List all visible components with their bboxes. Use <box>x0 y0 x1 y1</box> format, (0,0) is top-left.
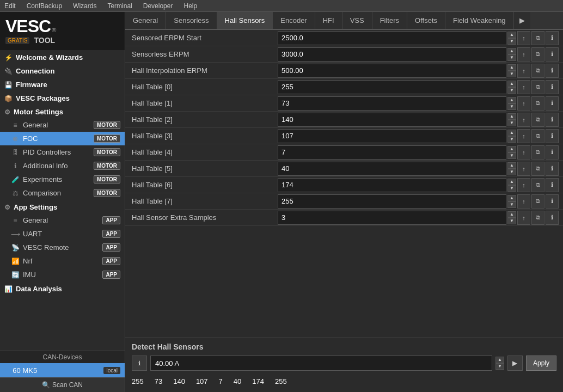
info-btn-11[interactable]: ℹ <box>546 211 559 225</box>
info-btn-1[interactable]: ℹ <box>546 47 559 62</box>
spin-down-0[interactable]: ▼ <box>507 38 516 45</box>
sidebar-item-pid[interactable]: 🎛 PID Controllers MOTOR <box>0 145 125 159</box>
upload-btn-2[interactable]: ↑ <box>517 64 530 78</box>
info-btn-5[interactable]: ℹ <box>546 113 559 127</box>
upload-btn-6[interactable]: ↑ <box>517 129 530 143</box>
sidebar-section-packages[interactable]: 📦 VESC Packages <box>0 91 125 105</box>
detect-spin-down[interactable]: ▼ <box>495 363 504 370</box>
spin-down-7[interactable]: ▼ <box>507 152 516 159</box>
spin-up-4[interactable]: ▲ <box>507 97 516 103</box>
spin-down-4[interactable]: ▼ <box>507 103 516 110</box>
copy-btn-10[interactable]: ⧉ <box>531 194 544 209</box>
spin-up-1[interactable]: ▲ <box>507 48 516 54</box>
sidebar-item-nrf[interactable]: 📶 Nrf APP <box>0 254 125 268</box>
copy-btn-4[interactable]: ⧉ <box>531 96 544 111</box>
detect-play-button[interactable]: ▶ <box>507 356 523 371</box>
tab-offsets[interactable]: Offsets <box>407 12 445 29</box>
sidebar-item-foc[interactable]: ⊗ FOC MOTOR <box>0 132 125 145</box>
copy-btn-2[interactable]: ⧉ <box>531 64 544 78</box>
upload-btn-9[interactable]: ↑ <box>517 178 530 192</box>
tab-hall-sensors[interactable]: Hall Sensors <box>217 12 273 29</box>
spin-up-6[interactable]: ▲ <box>507 130 516 136</box>
copy-btn-7[interactable]: ⧉ <box>531 145 544 160</box>
upload-btn-0[interactable]: ↑ <box>517 31 530 45</box>
info-btn-7[interactable]: ℹ <box>546 145 559 160</box>
setting-input-7[interactable] <box>278 145 506 160</box>
info-btn-2[interactable]: ℹ <box>546 64 559 78</box>
tab-sensorless[interactable]: Sensorless <box>166 12 217 29</box>
sidebar-item-comparison[interactable]: ⚖ Comparison MOTOR <box>0 186 125 200</box>
detect-input[interactable] <box>150 356 492 371</box>
tab-vss[interactable]: VSS <box>342 12 372 29</box>
tab-encoder[interactable]: Encoder <box>273 12 315 29</box>
spin-up-8[interactable]: ▲ <box>507 162 516 169</box>
setting-input-4[interactable] <box>278 96 506 111</box>
spin-up-0[interactable]: ▲ <box>507 32 516 38</box>
upload-btn-5[interactable]: ↑ <box>517 113 530 127</box>
upload-btn-7[interactable]: ↑ <box>517 145 530 160</box>
setting-input-0[interactable] <box>278 31 506 45</box>
copy-btn-1[interactable]: ⧉ <box>531 47 544 62</box>
info-btn-10[interactable]: ℹ <box>546 194 559 209</box>
menu-wizards[interactable]: Wizards <box>71 1 99 11</box>
menu-terminal[interactable]: Terminal <box>105 1 134 11</box>
menu-help[interactable]: Help <box>181 1 199 11</box>
spin-down-2[interactable]: ▼ <box>507 71 516 77</box>
info-btn-4[interactable]: ℹ <box>546 96 559 111</box>
setting-input-11[interactable] <box>278 211 506 225</box>
setting-input-9[interactable] <box>278 178 506 192</box>
sidebar-item-additional-info[interactable]: ℹ Additional Info MOTOR <box>0 159 125 173</box>
spin-down-5[interactable]: ▼ <box>507 120 516 126</box>
spin-down-9[interactable]: ▼ <box>507 185 516 192</box>
sidebar-item-vesc-remote[interactable]: 📡 VESC Remote APP <box>0 241 125 254</box>
setting-input-5[interactable] <box>278 113 506 127</box>
setting-input-1[interactable] <box>278 47 506 62</box>
menu-confbackup[interactable]: ConfBackup <box>25 1 64 11</box>
upload-btn-4[interactable]: ↑ <box>517 96 530 111</box>
upload-btn-1[interactable]: ↑ <box>517 47 530 62</box>
sidebar-section-data[interactable]: 📊 Data Analysis <box>0 281 125 295</box>
setting-input-6[interactable] <box>278 129 506 143</box>
copy-btn-11[interactable]: ⧉ <box>531 211 544 225</box>
menu-edit[interactable]: Edit <box>2 1 18 11</box>
sidebar-section-firmware[interactable]: 💾 Firmware <box>0 77 125 91</box>
copy-btn-9[interactable]: ⧉ <box>531 178 544 192</box>
setting-input-3[interactable] <box>278 80 506 94</box>
menu-developer[interactable]: Developer <box>141 1 175 11</box>
sidebar-item-imu[interactable]: 🔄 IMU APP <box>0 268 125 281</box>
spin-down-11[interactable]: ▼ <box>507 218 516 224</box>
info-btn-9[interactable]: ℹ <box>546 178 559 192</box>
detect-info-button[interactable]: ℹ <box>132 356 147 371</box>
sidebar-item-uart[interactable]: ⟶ UART APP <box>0 227 125 241</box>
spin-down-8[interactable]: ▼ <box>507 169 516 175</box>
can-device-item[interactable]: V 60 MK5 local <box>0 363 125 377</box>
setting-input-2[interactable] <box>278 64 506 78</box>
upload-btn-8[interactable]: ↑ <box>517 162 530 176</box>
upload-btn-3[interactable]: ↑ <box>517 80 530 94</box>
copy-btn-3[interactable]: ⧉ <box>531 80 544 94</box>
spin-up-7[interactable]: ▲ <box>507 146 516 152</box>
spin-up-3[interactable]: ▲ <box>507 81 516 87</box>
info-btn-3[interactable]: ℹ <box>546 80 559 94</box>
detect-spin-up[interactable]: ▲ <box>495 357 504 363</box>
upload-btn-11[interactable]: ↑ <box>517 211 530 225</box>
spin-down-6[interactable]: ▼ <box>507 136 516 143</box>
sidebar-item-experiments[interactable]: 🧪 Experiments MOTOR <box>0 173 125 186</box>
sidebar-section-connection[interactable]: 🔌 Connection <box>0 64 125 77</box>
spin-down-3[interactable]: ▼ <box>507 87 516 94</box>
tab-filters[interactable]: Filters <box>372 12 407 29</box>
tab-field-weakening[interactable]: Field Weakening <box>445 12 514 29</box>
spin-down-10[interactable]: ▼ <box>507 201 516 208</box>
tab-more-button[interactable]: ▶ <box>514 12 530 29</box>
sidebar-section-welcome[interactable]: ⚡ Welcome & Wizards <box>0 50 125 64</box>
copy-btn-0[interactable]: ⧉ <box>531 31 544 45</box>
tab-general[interactable]: General <box>125 12 166 29</box>
spin-up-2[interactable]: ▲ <box>507 64 516 71</box>
spin-up-5[interactable]: ▲ <box>507 113 516 120</box>
copy-btn-5[interactable]: ⧉ <box>531 113 544 127</box>
upload-btn-10[interactable]: ↑ <box>517 194 530 209</box>
spin-down-1[interactable]: ▼ <box>507 54 516 61</box>
sidebar-section-motor[interactable]: ⚙ Motor Settings <box>0 105 125 118</box>
sidebar-item-general-app[interactable]: ≡ General APP <box>0 213 125 227</box>
spin-up-11[interactable]: ▲ <box>507 211 516 218</box>
